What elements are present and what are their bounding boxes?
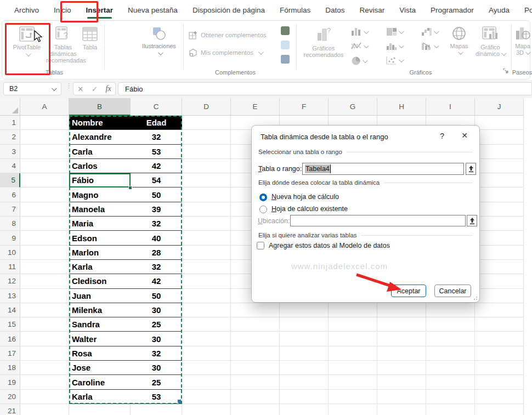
cell-A1[interactable] (20, 116, 69, 130)
cell-B9[interactable]: Edson (69, 231, 131, 245)
cell-C3[interactable]: 53 (131, 145, 182, 159)
cell-G14[interactable] (329, 303, 377, 317)
cell-B16[interactable]: Walter (69, 332, 131, 346)
row-header-15[interactable]: 15 (0, 317, 20, 332)
cell-D1[interactable] (182, 116, 231, 130)
people-graph-addin-icon[interactable] (281, 55, 290, 64)
cell-J15[interactable] (475, 317, 524, 332)
cell-B21[interactable] (69, 404, 131, 415)
cell-J1[interactable] (475, 116, 524, 130)
cell-C15[interactable]: 25 (131, 317, 182, 332)
range-picker-button[interactable] (466, 163, 476, 175)
column-header-A[interactable]: A (20, 98, 69, 116)
cell-A12[interactable] (20, 274, 69, 288)
cell-C11[interactable]: 32 (131, 260, 182, 274)
cell-J3[interactable] (475, 145, 524, 159)
data-model-checkbox[interactable] (257, 242, 264, 249)
menu-datos[interactable]: Datos (325, 6, 344, 14)
range-input[interactable]: Tabela4 (302, 163, 464, 175)
cell-A15[interactable] (20, 317, 69, 332)
cell-E18[interactable] (231, 361, 280, 375)
column-header-C[interactable]: C (131, 98, 182, 116)
cell-D5[interactable] (182, 173, 231, 187)
row-header-2[interactable]: 2 (0, 130, 20, 144)
cell-B4[interactable]: Carlos (69, 159, 131, 173)
location-input[interactable] (290, 215, 466, 226)
cancel-entry-icon[interactable]: ✕ (77, 85, 83, 93)
row-header-9[interactable]: 9 (0, 231, 20, 245)
mapas-button[interactable]: Mapas (446, 26, 472, 56)
cell-C19[interactable]: 25 (131, 375, 182, 389)
cell-H15[interactable] (377, 317, 426, 332)
cell-C5[interactable]: 54 (131, 173, 182, 187)
data-model-checkbox-label[interactable]: Agregar estos datos al Modelo de datos (269, 242, 390, 249)
pivotchart-button[interactable]: Gráfico dinámico (473, 26, 508, 57)
cell-H20[interactable] (377, 390, 426, 404)
cell-D20[interactable] (182, 390, 231, 404)
cell-D16[interactable] (182, 332, 231, 346)
cell-J21[interactable] (475, 404, 524, 415)
location-picker-button[interactable] (467, 215, 477, 226)
menu-power-pivot[interactable]: Power Pivot (524, 6, 532, 14)
column-header-F[interactable]: F (280, 98, 329, 116)
cell-B6[interactable]: Magno (69, 188, 131, 202)
get-addins-button[interactable]: Obtener complementos (189, 31, 267, 39)
column-header-G[interactable]: G (329, 98, 377, 116)
radio-existing-worksheet[interactable] (259, 206, 267, 213)
row-header-20[interactable]: 20 (0, 390, 20, 404)
cell-C18[interactable]: 30 (131, 361, 182, 375)
column-header-H[interactable]: H (377, 98, 426, 116)
cell-E17[interactable] (231, 346, 280, 361)
waterfall-chart-button[interactable] (421, 27, 438, 36)
menu-insertar[interactable]: Insertar (86, 6, 114, 14)
cell-I21[interactable] (426, 404, 475, 415)
radio-new-worksheet[interactable] (259, 194, 267, 201)
cell-G21[interactable] (329, 404, 377, 415)
radio-new-worksheet-label[interactable]: Nueva hoja de cálculo (271, 193, 339, 201)
row-header-11[interactable]: 11 (0, 260, 20, 274)
cell-B2[interactable]: Alexandre (69, 130, 131, 144)
cell-D18[interactable] (182, 361, 231, 375)
cell-C9[interactable]: 40 (131, 231, 182, 245)
cell-J10[interactable] (475, 246, 524, 260)
cell-E15[interactable] (231, 317, 280, 332)
cell-G20[interactable] (329, 390, 377, 404)
cell-I16[interactable] (426, 332, 475, 346)
cell-A13[interactable] (20, 289, 69, 303)
cell-C20[interactable]: 53 (131, 390, 182, 404)
menu-inicio[interactable]: Inicio (54, 6, 71, 14)
menu-revisar[interactable]: Revisar (360, 6, 385, 14)
ilustraciones-button[interactable]: Ilustraciones (139, 26, 179, 56)
row-header-4[interactable]: 4 (0, 159, 20, 173)
cell-B7[interactable]: Manoela (69, 202, 131, 217)
cell-A10[interactable] (20, 246, 69, 260)
cell-C10[interactable]: 28 (131, 246, 182, 260)
cell-D8[interactable] (182, 217, 231, 231)
row-header-1[interactable]: 1 (0, 116, 20, 130)
cell-J16[interactable] (475, 332, 524, 346)
cell-B14[interactable]: Milenka (69, 303, 131, 317)
cell-B15[interactable]: Sandra (69, 317, 131, 332)
cell-D10[interactable] (182, 246, 231, 260)
cell-E16[interactable] (231, 332, 280, 346)
my-addins-button[interactable]: Mis complementos (189, 48, 262, 57)
menu-nueva-pestana[interactable]: Nueva pestaña (128, 6, 178, 14)
recommended-pivottables-button[interactable]: ? Tablas dinámicas recomendadas (46, 26, 80, 64)
cell-J13[interactable] (475, 289, 524, 303)
cell-D19[interactable] (182, 375, 231, 389)
scatter-chart-button[interactable] (386, 56, 403, 65)
row-header-8[interactable]: 8 (0, 217, 20, 231)
cell-C8[interactable]: 32 (131, 217, 182, 231)
cell-B13[interactable]: Juan (69, 289, 131, 303)
cell-B12[interactable]: Cledison (69, 274, 131, 288)
column-header-D[interactable]: D (182, 98, 231, 116)
cell-H16[interactable] (377, 332, 426, 346)
cell-J12[interactable] (475, 274, 524, 288)
column-header-I[interactable]: I (426, 98, 475, 116)
cell-E20[interactable] (231, 390, 280, 404)
cell-A21[interactable] (20, 404, 69, 415)
cell-A5[interactable] (20, 173, 69, 187)
cell-J14[interactable] (475, 303, 524, 317)
cell-I14[interactable] (426, 303, 475, 317)
resize-grip[interactable] (472, 294, 477, 300)
